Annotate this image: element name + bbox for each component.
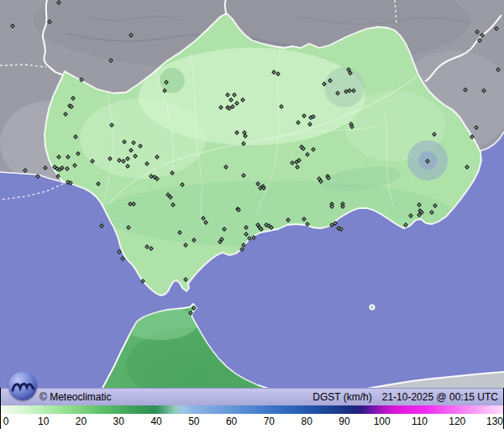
tick-label: 110 — [412, 416, 428, 427]
tick-label: 90 — [339, 416, 349, 427]
variable-label: DGST (km/h) — [312, 391, 371, 403]
meteoclimatic-logo[interactable] — [8, 372, 37, 400]
logo-m-wave-icon — [8, 372, 37, 400]
color-scale — [1, 405, 503, 414]
tick-label: 120 — [449, 416, 465, 427]
tick-label: 0 — [3, 416, 9, 427]
tick-label: 100 — [374, 416, 391, 427]
color-scale-ticks: 0102030405060708090100110120130 — [1, 414, 503, 429]
tick-label: 50 — [188, 416, 199, 427]
tick-label: 30 — [113, 416, 124, 427]
tick-label: 10 — [38, 416, 49, 427]
tick-label: 70 — [264, 416, 275, 427]
tick-label: 20 — [76, 416, 87, 427]
tick-label: 130 — [486, 416, 503, 427]
alboran-island — [370, 305, 375, 310]
legend: © Meteoclimatic DGST (km/h) 21-10-2025 @… — [0, 388, 504, 429]
timestamp-label: 21-10-2025 @ 00:15 UTC — [382, 391, 498, 403]
map-canvas[interactable] — [0, 0, 504, 388]
tick-label: 40 — [150, 416, 161, 427]
copyright-label[interactable]: © Meteoclimatic — [39, 391, 112, 403]
weather-map[interactable] — [0, 0, 504, 388]
status-bar: © Meteoclimatic DGST (km/h) 21-10-2025 @… — [1, 388, 503, 405]
tick-label: 80 — [301, 416, 312, 427]
tick-label: 60 — [226, 416, 237, 427]
weather-map-screenshot: © Meteoclimatic DGST (km/h) 21-10-2025 @… — [0, 0, 504, 434]
